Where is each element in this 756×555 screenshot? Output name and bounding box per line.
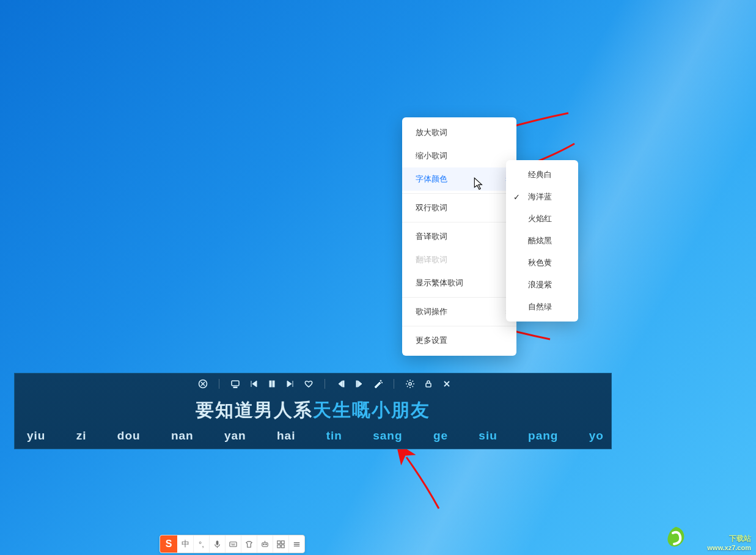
submenu-item-nature-green[interactable]: 自然绿 <box>506 296 578 318</box>
submenu-item-label: 火焰红 <box>528 213 552 224</box>
ime-voice-icon[interactable] <box>209 535 225 553</box>
favorite-icon[interactable] <box>304 379 314 389</box>
settings-gear-icon[interactable] <box>405 379 415 389</box>
previous-track-icon[interactable] <box>249 379 259 389</box>
submenu-item-cool-black[interactable]: 酷炫黑 <box>506 230 578 252</box>
menu-item-shrink-lyrics[interactable]: 缩小歌词 <box>402 144 516 167</box>
watermark-badge-icon <box>662 524 690 553</box>
svg-rect-10 <box>426 383 431 387</box>
watermark-url: www.xz7.com <box>707 544 751 551</box>
menu-item-lyrics-operations[interactable]: 歌词操作 › <box>402 300 516 323</box>
ime-toolbar[interactable]: S 中 °, <box>160 535 305 553</box>
svg-rect-4 <box>273 381 274 387</box>
pinyin-syllable: pang <box>528 429 558 443</box>
submenu-item-ocean-blue[interactable]: ✓ 海洋蓝 <box>506 186 578 208</box>
ime-menu-icon[interactable] <box>288 535 304 553</box>
pinyin-syllable: siu <box>479 429 497 443</box>
submenu-item-label: 秋色黄 <box>528 257 552 268</box>
pinyin-syllable: dou <box>117 429 141 443</box>
svg-rect-17 <box>281 540 284 543</box>
svg-point-7 <box>380 380 381 381</box>
svg-rect-12 <box>230 542 237 546</box>
pause-icon[interactable] <box>267 379 277 389</box>
menu-item-more-settings[interactable]: 更多设置 <box>402 329 516 352</box>
svg-rect-1 <box>232 381 239 386</box>
pinyin-syllable: yiu <box>27 429 45 443</box>
lyric-sung-segment: 要知道男人系 <box>196 400 313 420</box>
pinyin-syllable: tin <box>326 429 342 443</box>
menu-item-label: 缩小歌词 <box>416 150 447 161</box>
check-icon: ✓ <box>513 193 520 202</box>
menu-item-label: 更多设置 <box>416 335 447 346</box>
svg-rect-13 <box>262 542 268 546</box>
menu-item-label: 翻译歌词 <box>416 254 447 265</box>
submenu-item-label: 酷炫黑 <box>528 235 552 246</box>
pinyin-syllable: hai <box>277 429 295 443</box>
submenu-item-classic-white[interactable]: 经典白 <box>506 164 578 186</box>
svg-rect-5 <box>343 381 344 387</box>
submenu-item-label: 海洋蓝 <box>528 191 552 202</box>
menu-item-enlarge-lyrics[interactable]: 放大歌词 <box>402 121 516 144</box>
divider <box>219 379 219 389</box>
desktop-lyrics-bar[interactable]: 要知道男人系天生嘅小朋友 yiuzidounanyanhaitinsangges… <box>14 373 612 449</box>
annotation-arrows <box>0 0 756 555</box>
menu-item-label: 放大歌词 <box>416 127 447 138</box>
menu-item-label: 歌词操作 <box>416 306 447 317</box>
ime-language-toggle[interactable]: 中 <box>177 535 193 553</box>
menu-separator <box>402 222 516 222</box>
font-color-submenu: 经典白 ✓ 海洋蓝 火焰红 酷炫黑 秋色黄 浪漫紫 自然绿 <box>506 160 578 322</box>
menu-separator <box>402 326 516 326</box>
divider <box>325 379 325 389</box>
svg-rect-2 <box>233 387 237 388</box>
lyric-upcoming-segment: 天生嘅小朋友 <box>313 400 430 420</box>
menu-separator <box>402 193 516 194</box>
svg-rect-16 <box>277 540 281 543</box>
submenu-item-romantic-purple[interactable]: 浪漫紫 <box>506 274 578 296</box>
lyrics-delay-back-icon[interactable] <box>336 379 346 389</box>
pinyin-syllable: yan <box>224 429 246 443</box>
ime-logo-icon[interactable]: S <box>160 535 177 553</box>
watermark-text: 下载站 <box>707 534 751 544</box>
svg-point-14 <box>263 543 265 545</box>
ime-skin-icon[interactable] <box>241 535 257 553</box>
current-lyric-line: 要知道男人系天生嘅小朋友 <box>15 398 611 423</box>
svg-rect-6 <box>356 381 358 387</box>
svg-point-8 <box>381 382 383 383</box>
menu-separator <box>402 297 516 298</box>
svg-point-9 <box>409 383 411 385</box>
karaoke-mode-icon[interactable] <box>198 379 208 389</box>
pinyin-row: yiuzidounanyanhaitinsanggesiupangyo <box>15 429 611 443</box>
pinyin-syllable: yo <box>589 429 604 443</box>
show-player-icon[interactable] <box>230 379 240 389</box>
svg-rect-11 <box>216 540 218 545</box>
submenu-item-label: 经典白 <box>528 169 552 180</box>
menu-item-font-color[interactable]: 字体颜色 › <box>402 167 516 191</box>
submenu-item-flame-red[interactable]: 火焰红 <box>506 208 578 230</box>
lock-icon[interactable] <box>424 379 433 389</box>
submenu-item-autumn-yellow[interactable]: 秋色黄 <box>506 252 578 274</box>
pinyin-syllable: sang <box>373 429 402 443</box>
svg-rect-3 <box>270 381 271 387</box>
next-track-icon[interactable] <box>285 379 295 389</box>
menu-item-label: 显示繁体歌词 <box>416 278 463 289</box>
menu-item-label: 双行歌词 <box>416 202 447 213</box>
divider <box>394 379 394 389</box>
lyrics-delay-forward-icon[interactable] <box>354 379 364 389</box>
submenu-item-label: 自然绿 <box>528 301 552 312</box>
ime-robot-icon[interactable] <box>257 535 273 553</box>
menu-item-translate-lyrics: 翻译歌词 <box>402 248 516 271</box>
menu-item-two-line-lyrics[interactable]: 双行歌词 <box>402 196 516 219</box>
lyrics-context-menu: 放大歌词 缩小歌词 字体颜色 › 双行歌词 音译歌词 翻译歌词 显示繁体歌词 歌… <box>402 117 516 356</box>
effects-icon[interactable] <box>373 379 383 389</box>
site-watermark: 下载站 www.xz7.com <box>707 534 751 551</box>
menu-item-label: 字体颜色 <box>416 174 447 185</box>
ime-toolbox-icon[interactable] <box>273 535 288 553</box>
ime-keyboard-icon[interactable] <box>225 535 241 553</box>
menu-item-translit-lyrics[interactable]: 音译歌词 <box>402 225 516 248</box>
close-icon[interactable] <box>442 379 452 389</box>
menu-item-show-traditional[interactable]: 显示繁体歌词 <box>402 271 516 295</box>
pinyin-syllable: ge <box>433 429 448 443</box>
pinyin-syllable: nan <box>171 429 194 443</box>
ime-punctuation-icon[interactable]: °, <box>193 535 209 553</box>
svg-point-15 <box>265 543 266 545</box>
